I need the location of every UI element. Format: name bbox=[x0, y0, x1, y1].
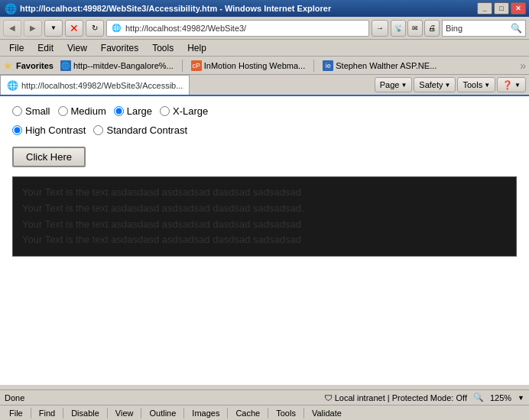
shield-icon: 🛡 bbox=[324, 393, 333, 402]
size-small-radio[interactable] bbox=[12, 106, 22, 116]
feed-button[interactable]: 📡 bbox=[391, 20, 406, 37]
bottom-menu-validate[interactable]: Validate bbox=[306, 407, 348, 419]
menu-view[interactable]: View bbox=[61, 41, 93, 55]
refresh-button[interactable]: ↻ bbox=[86, 20, 104, 37]
bottom-menu-find[interactable]: Find bbox=[33, 407, 61, 419]
fav-icon-2: ie bbox=[323, 60, 333, 71]
status-text: Done bbox=[5, 393, 324, 402]
nav-extra-buttons: 📡 ✉ 🖨 bbox=[391, 20, 440, 37]
text-line-0: Your Text is the text asdasdasd asdsadsa… bbox=[22, 185, 507, 201]
page-tool-button[interactable]: Page ▼ bbox=[375, 77, 413, 92]
search-text: Bing bbox=[446, 24, 509, 33]
bottom-sep-1 bbox=[31, 408, 31, 418]
addr-toolbar: Page ▼ Safety ▼ Tools ▼ ❓ ▼ bbox=[190, 75, 529, 95]
size-small-label[interactable]: Small bbox=[12, 105, 50, 117]
size-large-text: Large bbox=[127, 105, 152, 117]
go-button[interactable]: → bbox=[372, 20, 388, 37]
size-large-radio[interactable] bbox=[114, 106, 124, 116]
page-tool-chevron-icon: ▼ bbox=[401, 82, 407, 89]
help-tool-icon: ❓ bbox=[502, 80, 513, 90]
size-medium-radio[interactable] bbox=[58, 106, 68, 116]
help-tool-button[interactable]: ❓ ▼ bbox=[497, 77, 526, 92]
favorites-expand-icon[interactable]: » bbox=[520, 60, 526, 72]
safety-tool-label: Safety bbox=[419, 80, 443, 89]
nav-bar: ◀ ▶ ▼ ✕ ↻ 🌐 http://localhost:49982/WebSi… bbox=[0, 17, 529, 40]
fav-divider-2 bbox=[313, 60, 314, 72]
bottom-menu-view[interactable]: View bbox=[109, 407, 140, 419]
close-button[interactable]: ✕ bbox=[511, 2, 526, 15]
print-button[interactable]: 🖨 bbox=[424, 20, 440, 37]
zone-text: Local intranet | Protected Mode: Off bbox=[335, 393, 467, 402]
address-tab[interactable]: 🌐 http://localhost:49982/WebSite3/Access… bbox=[0, 75, 190, 95]
mail-button[interactable]: ✉ bbox=[407, 20, 423, 37]
bottom-sep-2 bbox=[63, 408, 63, 418]
tools-tool-button[interactable]: Tools ▼ bbox=[457, 77, 495, 92]
menu-tools[interactable]: Tools bbox=[146, 41, 180, 55]
size-medium-text: Medium bbox=[71, 105, 106, 117]
zone-icon: 🛡 Local intranet | Protected Mode: Off bbox=[324, 393, 467, 402]
size-medium-label[interactable]: Medium bbox=[58, 105, 106, 117]
safety-tool-button[interactable]: Safety ▼ bbox=[414, 77, 456, 92]
menu-favorites[interactable]: Favorites bbox=[95, 41, 144, 55]
contrast-standard-label[interactable]: Standard Contrast bbox=[93, 124, 187, 136]
menu-bar: File Edit View Favorites Tools Help bbox=[0, 40, 529, 57]
menu-file[interactable]: File bbox=[3, 41, 30, 55]
menu-help[interactable]: Help bbox=[181, 41, 213, 55]
ie-icon: 🌐 bbox=[5, 3, 17, 15]
page-tool-label: Page bbox=[380, 80, 400, 89]
favorites-star-icon: ★ bbox=[3, 60, 13, 72]
contrast-standard-text: Standard Contrast bbox=[106, 124, 187, 136]
bottom-menu-disable[interactable]: Disable bbox=[65, 407, 105, 419]
search-bar[interactable]: Bing 🔍 bbox=[442, 20, 526, 37]
bottom-sep-7 bbox=[268, 408, 268, 418]
bottom-menu-file[interactable]: File bbox=[3, 407, 29, 419]
address-bar[interactable]: 🌐 http://localhost:49982/WebSite3/ bbox=[106, 20, 369, 37]
bottom-sep-4 bbox=[141, 408, 141, 418]
fav-icon-1: cP bbox=[191, 60, 202, 71]
click-here-button[interactable]: Click Here bbox=[12, 147, 86, 167]
addr-tab-icon: 🌐 bbox=[7, 80, 18, 91]
text-line-1: Your Text is the text asdasdasd asdsadsa… bbox=[22, 201, 507, 217]
size-xlarge-radio[interactable] bbox=[160, 106, 170, 116]
size-large-label[interactable]: Large bbox=[114, 105, 152, 117]
bottom-menu-outline[interactable]: Outline bbox=[143, 407, 182, 419]
menu-edit[interactable]: Edit bbox=[31, 41, 60, 55]
fav-label-2: Stephen Walther ASP.NE... bbox=[336, 61, 437, 70]
bottom-sep-6 bbox=[227, 408, 228, 418]
fav-item-0[interactable]: 🌐 http--mitdev-Bangalore%... bbox=[57, 59, 177, 73]
window-controls: _ □ ✕ bbox=[477, 2, 526, 15]
status-right-area: 🛡 Local intranet | Protected Mode: Off 🔍… bbox=[324, 393, 524, 402]
maximize-button[interactable]: □ bbox=[494, 2, 509, 15]
fav-icon-0: 🌐 bbox=[60, 60, 71, 71]
fav-label-0: http--mitdev-Bangalore%... bbox=[73, 61, 174, 70]
tools-tool-label: Tools bbox=[462, 80, 482, 89]
fav-item-2[interactable]: ie Stephen Walther ASP.NE... bbox=[319, 59, 440, 73]
bottom-sep-8 bbox=[303, 408, 304, 418]
favorites-bar: ★ Favorites 🌐 http--mitdev-Bangalore%...… bbox=[0, 57, 529, 75]
search-icon[interactable]: 🔍 bbox=[511, 23, 522, 34]
window-title: http://localhost:49982/WebSite3/Accessib… bbox=[20, 4, 331, 13]
contrast-high-radio[interactable] bbox=[12, 125, 22, 135]
contrast-high-label[interactable]: High Contrast bbox=[12, 124, 86, 136]
bottom-menu-tools[interactable]: Tools bbox=[270, 407, 302, 419]
minimize-button[interactable]: _ bbox=[477, 2, 492, 15]
bottom-menu-images[interactable]: Images bbox=[186, 407, 226, 419]
forward-button[interactable]: ▶ bbox=[24, 20, 42, 37]
contrast-standard-radio[interactable] bbox=[93, 125, 103, 135]
text-display-area: Your Text is the text asdasdasd asdsadsa… bbox=[12, 176, 517, 257]
back-button[interactable]: ◀ bbox=[3, 20, 21, 37]
fav-item-1[interactable]: cP InMotion Hosting Webma... bbox=[187, 59, 309, 73]
zoom-dropdown-icon[interactable]: ▼ bbox=[518, 394, 524, 402]
addr-tab-bar: 🌐 http://localhost:49982/WebSite3/Access… bbox=[0, 75, 529, 96]
text-line-3: Your Text is the text asdasdasd asdsadsa… bbox=[22, 232, 507, 248]
addr-tab-text: http://localhost:49982/WebSite3/Accessib… bbox=[21, 81, 183, 90]
contrast-high-text: High Contrast bbox=[25, 124, 86, 136]
contrast-radio-group: High Contrast Standard Contrast bbox=[12, 124, 517, 136]
bottom-menu-cache[interactable]: Cache bbox=[229, 407, 266, 419]
stop-button[interactable]: ✕ bbox=[65, 20, 83, 37]
text-line-2: Your Text is the text asdasdasd asdsadsa… bbox=[22, 217, 507, 233]
size-xlarge-label[interactable]: X-Large bbox=[160, 105, 208, 117]
nav-dropdown-button[interactable]: ▼ bbox=[44, 20, 63, 37]
fav-label-1: InMotion Hosting Webma... bbox=[204, 61, 305, 70]
zoom-icon: 🔍 bbox=[473, 393, 484, 402]
